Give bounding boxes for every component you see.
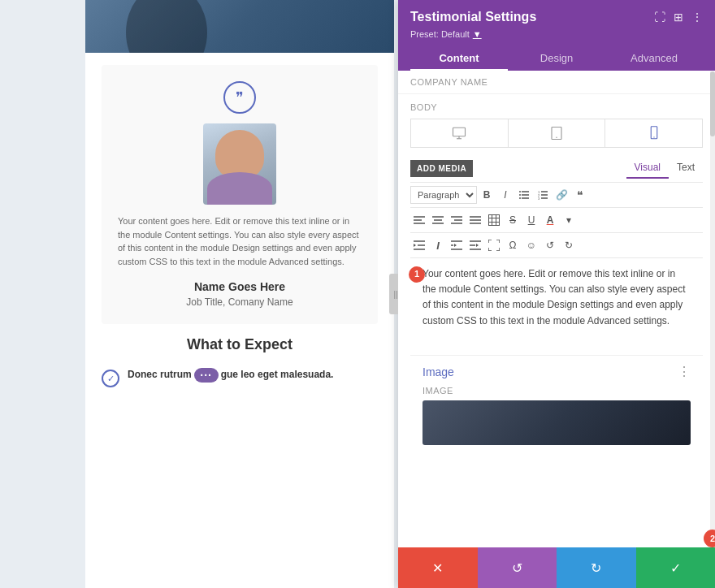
color-dropdown-btn[interactable]: ▾ xyxy=(560,211,578,229)
italic-btn[interactable]: I xyxy=(496,186,514,204)
body-section: Body xyxy=(398,94,715,461)
strikethrough-btn[interactable]: S xyxy=(504,211,522,229)
scrollbar-track xyxy=(710,71,715,539)
svg-rect-31 xyxy=(489,215,500,226)
svg-marker-38 xyxy=(414,244,416,247)
preset-label: Preset: Default xyxy=(410,29,470,39)
svg-point-11 xyxy=(519,194,521,196)
format-toolbar-row2: S U A ▾ xyxy=(410,208,703,233)
svg-marker-42 xyxy=(454,244,457,247)
action-bar: ✕ ↺ ↻ ✓ 2 xyxy=(398,547,715,588)
save-icon: ✓ xyxy=(670,560,681,576)
svg-marker-46 xyxy=(476,244,479,247)
table-btn[interactable] xyxy=(485,211,503,229)
preset-dropdown[interactable]: ▼ xyxy=(473,29,482,39)
tab-content[interactable]: Content xyxy=(410,45,508,71)
indent-in-btn[interactable] xyxy=(448,236,466,254)
image-section-title: Image xyxy=(422,365,454,378)
visual-tab[interactable]: Visual xyxy=(626,158,669,179)
format-toolbar-row3: I Ω ☺ ↺ ↻ xyxy=(410,233,703,258)
cancel-button[interactable]: ✕ xyxy=(398,547,478,588)
fullscreen-editor-btn[interactable] xyxy=(485,236,503,254)
align-justify-btn[interactable] xyxy=(466,211,484,229)
hero-image-bar xyxy=(85,0,394,53)
more-icon[interactable]: ⋮ xyxy=(691,11,703,24)
settings-tabs: Content Design Advanced xyxy=(410,45,703,71)
page-preview: || ❞ Your content goes here. Edit or rem… xyxy=(85,0,394,588)
tab-design[interactable]: Design xyxy=(508,45,605,71)
visual-text-tabs: Visual Text xyxy=(626,158,703,179)
check-icon: ✓ xyxy=(102,370,119,387)
mobile-btn[interactable] xyxy=(605,119,702,147)
align-left-btn[interactable] xyxy=(410,211,428,229)
preset-row: Preset: Default ▼ xyxy=(410,29,703,39)
collapse-handle[interactable]: || xyxy=(389,274,398,314)
add-media-button[interactable]: ADD MEDIA xyxy=(410,160,473,177)
italic-format-btn[interactable]: I xyxy=(429,236,447,254)
more-options-btn[interactable]: ··· xyxy=(194,368,219,383)
desktop-btn[interactable] xyxy=(411,119,509,147)
svg-rect-0 xyxy=(453,128,466,136)
page-preview-panel: || ❞ Your content goes here. Edit or rem… xyxy=(0,0,398,588)
paragraph-select[interactable]: Paragraph Heading 1 Heading 2 xyxy=(410,186,477,204)
settings-header: Testimonial Settings ⛶ ⊞ ⋮ Preset: Defau… xyxy=(398,0,715,71)
svg-point-6 xyxy=(653,136,654,137)
ordered-list-btn[interactable]: 123 xyxy=(534,186,552,204)
image-preview xyxy=(422,400,691,445)
company-name-field: Company Name xyxy=(398,71,715,94)
columns-icon[interactable]: ⊞ xyxy=(674,11,683,24)
settings-title: Testimonial Settings xyxy=(410,10,536,24)
redo-btn[interactable]: ↻ xyxy=(560,236,578,254)
omega-btn[interactable]: Ω xyxy=(504,236,522,254)
editor-toolbar-row1: ADD MEDIA Visual Text xyxy=(410,154,703,183)
underline-btn[interactable]: U xyxy=(522,211,540,229)
save-button[interactable]: ✓ 2 xyxy=(636,547,716,588)
scrollbar-thumb[interactable] xyxy=(710,71,715,136)
text-tab[interactable]: Text xyxy=(669,158,703,179)
undo-icon: ↺ xyxy=(512,560,522,576)
body-label: Body xyxy=(410,102,703,112)
testimonial-body-text: Your content goes here. Edit or remove t… xyxy=(118,214,362,268)
emoji-btn[interactable]: ☺ xyxy=(522,236,540,254)
align-center-btn[interactable] xyxy=(429,211,447,229)
editor-badge-1: 1 xyxy=(409,266,425,283)
unordered-list-btn[interactable] xyxy=(515,186,533,204)
check-item-text: Donec rutrum···gue leo eget malesuada. xyxy=(128,368,333,383)
cancel-icon: ✕ xyxy=(432,560,443,576)
link-btn[interactable]: 🔗 xyxy=(552,186,570,204)
image-label: Image xyxy=(422,386,691,396)
svg-point-10 xyxy=(519,191,521,192)
settings-header-top: Testimonial Settings ⛶ ⊞ ⋮ xyxy=(410,10,703,24)
section-title: What to Expect xyxy=(102,336,378,353)
editor-content[interactable]: 1 Your content goes here. Edit or remove… xyxy=(410,258,703,356)
person-title: Job Title, Comany Name xyxy=(118,296,362,308)
settings-panel: Testimonial Settings ⛶ ⊞ ⋮ Preset: Defau… xyxy=(398,0,715,588)
format-toolbar-row1: Paragraph Heading 1 Heading 2 B I 123 🔗 … xyxy=(410,183,703,208)
device-selector xyxy=(410,119,703,148)
settings-body: Company Name Body xyxy=(398,71,715,588)
image-section-header: Image ⋮ xyxy=(422,364,691,379)
tablet-btn[interactable] xyxy=(509,119,606,147)
image-section-menu-btn[interactable]: ⋮ xyxy=(678,364,691,379)
image-section: Image ⋮ Image xyxy=(410,356,703,453)
person-photo xyxy=(203,123,276,205)
indent-out-btn[interactable] xyxy=(410,236,428,254)
blockquote-btn[interactable]: ❝ xyxy=(571,186,589,204)
fullscreen-icon[interactable]: ⛶ xyxy=(654,11,665,24)
align-right-btn[interactable] xyxy=(448,211,466,229)
quote-icon: ❞ xyxy=(223,81,256,114)
person-name: Name Goes Here xyxy=(118,280,362,293)
bold-btn[interactable]: B xyxy=(478,186,496,204)
text-color-btn[interactable]: A xyxy=(541,211,559,229)
tab-advanced[interactable]: Advanced xyxy=(605,45,703,71)
undo-button[interactable]: ↺ xyxy=(478,547,557,588)
svg-text:3: 3 xyxy=(538,197,540,201)
svg-point-4 xyxy=(556,137,557,139)
testimonial-card: ❞ Your content goes here. Edit or remove… xyxy=(102,65,378,324)
indent-in2-btn[interactable] xyxy=(466,236,484,254)
header-icons: ⛶ ⊞ ⋮ xyxy=(654,11,703,24)
editor-text: Your content goes here. Edit or remove t… xyxy=(422,268,686,326)
undo-btn[interactable]: ↺ xyxy=(541,236,559,254)
redo-button[interactable]: ↻ xyxy=(557,547,636,588)
check-list-item: ✓ Donec rutrum···gue leo eget malesuada. xyxy=(85,361,394,394)
